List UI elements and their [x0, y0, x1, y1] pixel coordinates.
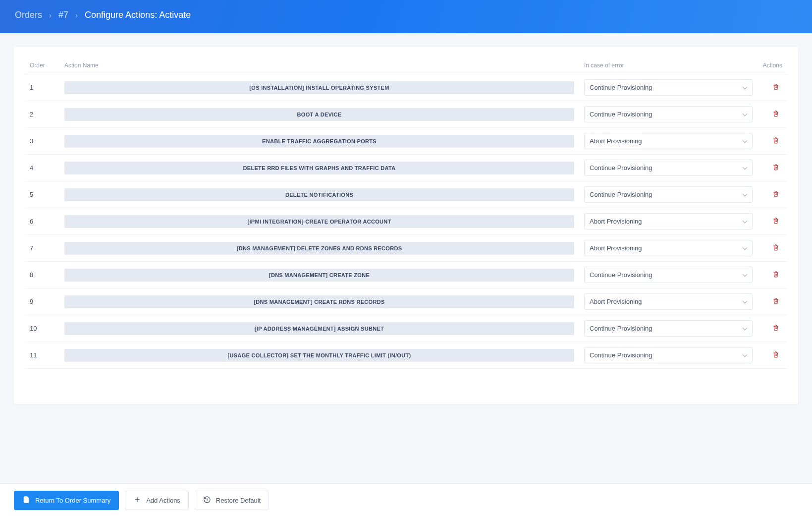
footer-bar: Return To Order Summary Add Actions Rest… — [0, 483, 812, 517]
chevron-right-icon: › — [75, 11, 78, 19]
delete-row-button[interactable] — [769, 295, 782, 308]
on-error-select[interactable]: Continue ProvisioningAbort Provisioning — [584, 79, 753, 96]
row-order: 8 — [25, 262, 59, 288]
breadcrumb-order-id[interactable]: #7 — [58, 10, 68, 20]
table-row: 6[IPMI INTEGRATION] CREATE OPERATOR ACCO… — [25, 208, 787, 235]
action-name-pill[interactable]: [OS INSTALLATION] INSTALL OPERATING SYST… — [64, 81, 574, 94]
action-name-pill[interactable]: [IP ADDRESS MANAGEMENT] ASSIGN SUBNET — [64, 322, 574, 335]
table-row: 4DELETE RRD FILES WITH GRAPHS AND TRAFFI… — [25, 155, 787, 181]
breadcrumb-orders[interactable]: Orders — [15, 10, 42, 20]
actions-table: Order Action Name In case of error Actio… — [25, 58, 787, 369]
row-order: 5 — [25, 181, 59, 208]
col-actions-header: Actions — [758, 58, 787, 74]
add-actions-label: Add Actions — [146, 497, 180, 504]
on-error-select[interactable]: Continue ProvisioningAbort Provisioning — [584, 106, 753, 122]
trash-icon — [772, 110, 779, 119]
page-header: Orders › #7 › Configure Actions: Activat… — [0, 0, 812, 33]
delete-row-button[interactable] — [769, 108, 782, 121]
action-name-pill[interactable]: [IPMI INTEGRATION] CREATE OPERATOR ACCOU… — [64, 215, 574, 228]
on-error-select[interactable]: Continue ProvisioningAbort Provisioning — [584, 186, 753, 203]
return-to-summary-label: Return To Order Summary — [35, 497, 110, 504]
trash-icon — [772, 270, 779, 280]
col-order-header: Order — [25, 58, 59, 74]
col-name-header: Action Name — [59, 58, 579, 74]
action-name-pill[interactable]: [DNS MANAGEMENT] CREATE RDNS RECORDS — [64, 295, 574, 308]
add-actions-button[interactable]: Add Actions — [125, 491, 189, 510]
col-error-header: In case of error — [579, 58, 758, 74]
delete-row-button[interactable] — [769, 81, 782, 94]
breadcrumb-current: Configure Actions: Activate — [85, 10, 191, 20]
page-body: Order Action Name In case of error Actio… — [0, 33, 812, 483]
table-row: 9[DNS MANAGEMENT] CREATE RDNS RECORDSCon… — [25, 288, 787, 315]
action-name-pill[interactable]: [DNS MANAGEMENT] CREATE ZONE — [64, 269, 574, 282]
action-name-pill[interactable]: ENABLE TRAFFIC AGGREGATION PORTS — [64, 135, 574, 148]
action-name-pill[interactable]: [USAGE COLLECTOR] SET THE MONTHLY TRAFFI… — [64, 349, 574, 362]
table-row: 3ENABLE TRAFFIC AGGREGATION PORTSContinu… — [25, 128, 787, 155]
trash-icon — [772, 190, 779, 199]
trash-icon — [772, 350, 779, 360]
return-to-summary-button[interactable]: Return To Order Summary — [14, 491, 119, 510]
on-error-select[interactable]: Continue ProvisioningAbort Provisioning — [584, 347, 753, 363]
breadcrumb: Orders › #7 › Configure Actions: Activat… — [15, 10, 797, 20]
document-icon — [22, 496, 30, 505]
trash-icon — [772, 297, 779, 306]
trash-icon — [772, 163, 779, 172]
trash-icon — [772, 324, 779, 333]
delete-row-button[interactable] — [769, 135, 782, 148]
actions-card: Order Action Name In case of error Actio… — [14, 47, 798, 404]
chevron-right-icon: › — [49, 11, 52, 19]
table-row: 7[DNS MANAGEMENT] DELETE ZONES AND RDNS … — [25, 235, 787, 262]
delete-row-button[interactable] — [769, 242, 782, 255]
row-order: 6 — [25, 208, 59, 235]
delete-row-button[interactable] — [769, 269, 782, 282]
restore-default-label: Restore Default — [216, 497, 261, 504]
row-order: 4 — [25, 155, 59, 181]
delete-row-button[interactable] — [769, 322, 782, 335]
delete-row-button[interactable] — [769, 162, 782, 174]
delete-row-button[interactable] — [769, 215, 782, 228]
row-order: 10 — [25, 315, 59, 342]
action-name-pill[interactable]: DELETE RRD FILES WITH GRAPHS AND TRAFFIC… — [64, 162, 574, 174]
on-error-select[interactable]: Continue ProvisioningAbort Provisioning — [584, 293, 753, 310]
row-order: 3 — [25, 128, 59, 155]
action-name-pill[interactable]: [DNS MANAGEMENT] DELETE ZONES AND RDNS R… — [64, 242, 574, 255]
on-error-select[interactable]: Continue ProvisioningAbort Provisioning — [584, 133, 753, 149]
trash-icon — [772, 243, 779, 253]
history-icon — [203, 496, 211, 505]
on-error-select[interactable]: Continue ProvisioningAbort Provisioning — [584, 267, 753, 283]
table-row: 10[IP ADDRESS MANAGEMENT] ASSIGN SUBNETC… — [25, 315, 787, 342]
restore-default-button[interactable]: Restore Default — [195, 491, 269, 510]
row-order: 1 — [25, 74, 59, 101]
trash-icon — [772, 136, 779, 146]
delete-row-button[interactable] — [769, 188, 782, 201]
table-row: 8[DNS MANAGEMENT] CREATE ZONEContinue Pr… — [25, 262, 787, 288]
action-name-pill[interactable]: DELETE NOTIFICATIONS — [64, 188, 574, 201]
on-error-select[interactable]: Continue ProvisioningAbort Provisioning — [584, 320, 753, 337]
row-order: 11 — [25, 342, 59, 369]
row-order: 2 — [25, 101, 59, 128]
table-row: 11[USAGE COLLECTOR] SET THE MONTHLY TRAF… — [25, 342, 787, 369]
row-order: 9 — [25, 288, 59, 315]
table-row: 2BOOT A DEVICEContinue ProvisioningAbort… — [25, 101, 787, 128]
row-order: 7 — [25, 235, 59, 262]
plus-icon — [133, 496, 141, 505]
trash-icon — [772, 217, 779, 226]
table-row: 5DELETE NOTIFICATIONSContinue Provisioni… — [25, 181, 787, 208]
table-row: 1[OS INSTALLATION] INSTALL OPERATING SYS… — [25, 74, 787, 101]
on-error-select[interactable]: Continue ProvisioningAbort Provisioning — [584, 160, 753, 176]
action-name-pill[interactable]: BOOT A DEVICE — [64, 108, 574, 121]
on-error-select[interactable]: Continue ProvisioningAbort Provisioning — [584, 240, 753, 256]
delete-row-button[interactable] — [769, 349, 782, 362]
trash-icon — [772, 83, 779, 92]
on-error-select[interactable]: Continue ProvisioningAbort Provisioning — [584, 213, 753, 230]
